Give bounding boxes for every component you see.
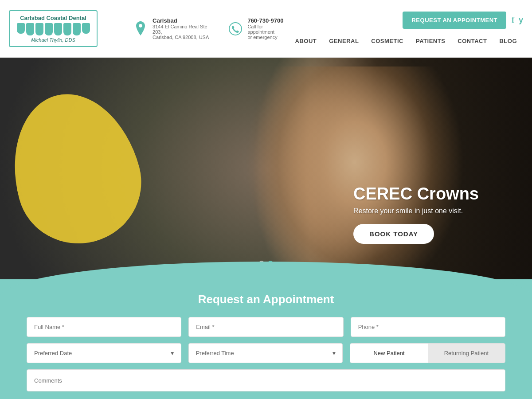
nav-cosmetic[interactable]: COSMETIC [365,36,410,46]
phone-icon [228,21,243,37]
appointment-section: Request an Appointment Preferred Date ▼ … [0,279,532,399]
form-row-1 [27,317,505,337]
phone-input[interactable] [351,317,505,337]
tooth-7 [73,23,81,35]
preferred-time-wrapper: Preferred Time ▼ [188,343,343,363]
nav-blog[interactable]: BLOG [493,36,523,46]
header-right: REQUEST AN APPOINTMENT f y ABOUT GENERAL… [289,12,523,46]
hero-section: CEREC Crowns Restore your smile in just … [0,58,532,279]
nav-contact[interactable]: CONTACT [451,36,493,46]
address-contact: Carlsbad 3144 El Camino Real Ste 203, Ca… [133,17,215,40]
main-nav: ABOUT GENERAL COSMETIC PATIENTS CONTACT … [289,36,523,46]
appointment-button[interactable]: REQUEST AN APPOINTMENT [403,12,506,29]
street-label: 3144 El Camino Real Ste 203, [153,24,215,35]
tooth-1 [17,23,25,34]
city-label: Carlsbad [153,17,215,24]
nav-general[interactable]: GENERAL [323,36,365,46]
hero-subtitle: Restore your smile in just one visit. [353,207,479,215]
phone-number: 760-730-9700 [247,17,289,24]
form-row-2: Preferred Date ▼ Preferred Time ▼ New Pa… [27,343,505,363]
svg-point-0 [229,23,242,35]
social-icons: f y [512,16,523,25]
form-row-3 [27,369,505,391]
returning-patient-button[interactable]: Returning Patient [428,344,505,363]
patient-type-toggle: New Patient Returning Patient [350,343,505,363]
tooth-6 [63,23,71,35]
book-today-button[interactable]: BOOK TODAY [353,224,434,244]
face-overlay [89,66,532,279]
appointment-title: Request an Appointment [27,293,505,306]
tooth-8 [82,23,90,34]
citystate-label: Carlsbad, CA 92008, USA [153,35,215,40]
logo[interactable]: Carlsbad Coastal Dental Michael Thylin, … [9,10,98,47]
phone-contact: 760-730-9700 Call for appointment or eme… [228,17,289,40]
phone-text: 760-730-9700 Call for appointment or eme… [247,17,289,40]
logo-subtitle: Michael Thylin, DDS [15,37,91,43]
phone-sub2: or emergency [247,35,289,40]
new-patient-button[interactable]: New Patient [350,344,427,363]
address-text: Carlsbad 3144 El Camino Real Ste 203, Ca… [153,17,215,40]
comments-input[interactable] [27,369,505,391]
nav-patients[interactable]: PATIENTS [410,36,451,46]
preferred-time-select[interactable]: Preferred Time [188,343,343,363]
header: Carlsbad Coastal Dental Michael Thylin, … [0,0,532,58]
hero-title: CEREC Crowns [353,184,479,203]
logo-title: Carlsbad Coastal Dental [15,15,91,22]
tooth-4 [45,23,53,35]
facebook-icon[interactable]: f [512,16,514,25]
tooth-5 [54,23,62,35]
location-icon [133,21,148,37]
full-name-input[interactable] [27,317,181,337]
yelp-icon[interactable]: y [519,16,523,25]
logo-teeth-graphic [15,23,91,35]
header-contact: Carlsbad 3144 El Camino Real Ste 203, Ca… [133,17,289,40]
phone-sub1: Call for appointment [247,24,289,35]
nav-about[interactable]: ABOUT [289,36,323,46]
preferred-date-select[interactable]: Preferred Date [27,343,181,363]
tooth-3 [35,23,43,35]
preferred-date-wrapper: Preferred Date ▼ [27,343,181,363]
hero-content: CEREC Crowns Restore your smile in just … [353,184,479,244]
email-input[interactable] [188,317,343,337]
tooth-2 [26,23,34,35]
